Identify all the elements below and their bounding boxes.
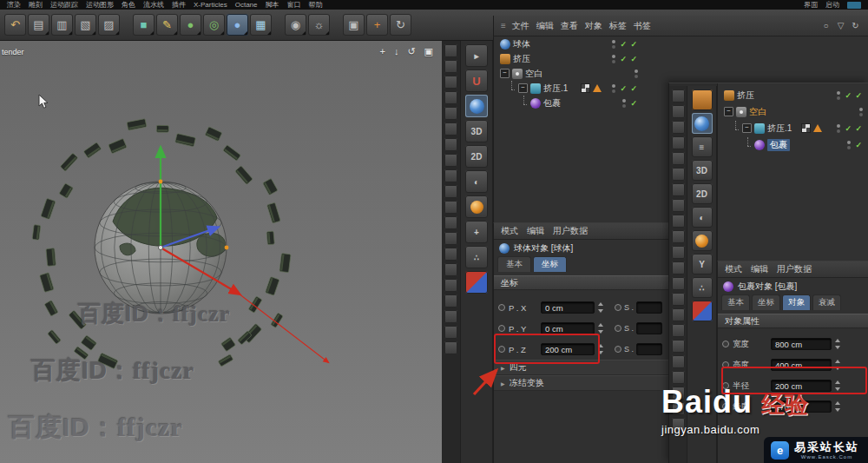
- axis-cross-icon[interactable]: +: [465, 221, 488, 243]
- sphere-primitive-icon[interactable]: ●: [180, 14, 201, 36]
- magnet-tool-icon[interactable]: U: [465, 69, 488, 92]
- tab-basic[interactable]: 基本: [497, 256, 531, 272]
- object-row-extrude-1[interactable]: 挤压.1 ✓ ✓: [494, 81, 643, 96]
- attr-menu-item[interactable]: 编辑: [751, 263, 768, 275]
- collapse-expander-icon[interactable]: [742, 123, 752, 133]
- enabled-check-icon[interactable]: ✓: [630, 99, 638, 108]
- axis-lock-icon[interactable]: +: [366, 14, 388, 36]
- menu-item[interactable]: 流水线: [143, 0, 164, 10]
- tab-object[interactable]: 对象: [782, 294, 811, 310]
- visibility-dots-icon[interactable]: [635, 69, 638, 73]
- bezier-nurbs-icon[interactable]: [672, 277, 685, 290]
- menu-item[interactable]: Octane: [235, 1, 258, 9]
- spline-helix-icon[interactable]: [444, 91, 457, 104]
- spline-arc-icon[interactable]: [444, 60, 457, 73]
- object-row-sphere[interactable]: 球体 ✓ ✓: [494, 36, 643, 51]
- loft-nurbs-icon[interactable]: [444, 201, 457, 214]
- spline-arc-icon[interactable]: [672, 105, 685, 118]
- stepper-icon[interactable]: [598, 301, 604, 314]
- pen-tool-icon[interactable]: [672, 89, 685, 103]
- stepper-icon[interactable]: [835, 338, 841, 350]
- menu-item-startup[interactable]: 启动: [825, 0, 839, 10]
- scale-z-input[interactable]: [636, 343, 662, 355]
- collapse-expander-icon[interactable]: [724, 107, 733, 116]
- menu-item-interface[interactable]: 界面: [804, 0, 818, 10]
- scale-tool-icon[interactable]: ▧: [75, 14, 96, 36]
- enabled-check-icon[interactable]: ✓ ✓: [620, 55, 638, 63]
- menu-item[interactable]: 插件: [172, 0, 186, 10]
- visibility-dots-icon[interactable]: [612, 55, 615, 58]
- live-selection-icon[interactable]: ▤: [28, 14, 49, 36]
- refresh-icon[interactable]: ↻: [850, 20, 861, 31]
- connect-icon[interactable]: [444, 326, 457, 339]
- spline-star-icon[interactable]: [672, 183, 685, 196]
- metaball-icon[interactable]: [672, 355, 685, 368]
- texture-tag-icon[interactable]: [801, 123, 811, 133]
- position-x-input[interactable]: 0 cm: [541, 301, 595, 314]
- extrude-nurbs-icon[interactable]: [444, 169, 457, 182]
- bezier-nurbs-icon[interactable]: [444, 232, 457, 245]
- om-menu-item[interactable]: 文件: [512, 20, 529, 32]
- visibility-dots-icon[interactable]: [837, 91, 840, 95]
- instance-icon[interactable]: [444, 294, 457, 308]
- array-icon[interactable]: [444, 279, 457, 292]
- extrude-nurbs-icon[interactable]: [672, 215, 685, 228]
- spline-rect-icon[interactable]: [672, 168, 685, 181]
- handle-dot[interactable]: [159, 180, 163, 184]
- spline-ngon-icon[interactable]: [444, 107, 457, 120]
- handle-dot[interactable]: [225, 246, 229, 250]
- key-record-icon[interactable]: [692, 230, 713, 251]
- object-row-extrude-1[interactable]: 挤压.1 ✓ ✓: [718, 120, 868, 136]
- cube-tool-icon[interactable]: [692, 89, 713, 110]
- visibility-dots-icon[interactable]: [612, 40, 615, 43]
- om-menu-item[interactable]: 标签: [609, 20, 627, 32]
- visibility-dots-icon[interactable]: [837, 124, 840, 128]
- menu-item[interactable]: X-Particles: [194, 1, 227, 9]
- axis-y-icon[interactable]: Y: [692, 254, 713, 274]
- phong-tag-icon[interactable]: [593, 84, 602, 92]
- spline-helix-icon[interactable]: [672, 136, 685, 149]
- menu-item[interactable]: 运动图形: [86, 0, 114, 10]
- loft-nurbs-icon[interactable]: [672, 246, 685, 259]
- menu-item[interactable]: 运动跟踪: [50, 0, 78, 10]
- width-input[interactable]: 800 cm: [771, 338, 832, 350]
- attr-menu-item[interactable]: 用户数据: [777, 263, 812, 275]
- camera-icon[interactable]: ◉: [285, 14, 306, 36]
- torus-primitive-icon[interactable]: ◎: [203, 14, 225, 36]
- menu-item[interactable]: 渲染: [7, 0, 21, 10]
- enabled-check-icon[interactable]: ✓ ✓: [845, 124, 863, 133]
- metaball-icon[interactable]: [444, 310, 457, 323]
- axis-center-handle[interactable]: [158, 245, 162, 249]
- scale-y-input[interactable]: [636, 322, 662, 334]
- connect-icon[interactable]: [672, 371, 685, 384]
- om-menu-item[interactable]: 查看: [561, 20, 578, 32]
- fold-freeze-transform[interactable]: 冻结变换: [494, 375, 669, 391]
- rotate-view-icon[interactable]: ↺: [407, 46, 415, 57]
- deformer-icon[interactable]: ●: [227, 14, 248, 36]
- object-row-extrude[interactable]: 挤压 ✓ ✓: [718, 87, 868, 103]
- key-record-icon[interactable]: [465, 195, 488, 218]
- enabled-check-icon[interactable]: ✓ ✓: [845, 91, 863, 100]
- object-row-null[interactable]: 空白: [494, 66, 643, 81]
- render-view-icon[interactable]: ▣: [343, 14, 365, 36]
- pen-spline-icon[interactable]: ✎: [156, 14, 178, 36]
- boole-icon[interactable]: [444, 248, 457, 261]
- xyz-lock-icon[interactable]: ∴: [692, 277, 713, 298]
- texture-paint-icon[interactable]: [692, 301, 713, 321]
- spline-text-icon[interactable]: [444, 154, 457, 167]
- scale-x-input[interactable]: [636, 301, 662, 314]
- filter-icon[interactable]: ▽: [835, 20, 846, 31]
- stepper-icon[interactable]: [598, 322, 604, 334]
- enabled-check-icon[interactable]: ✓ ✓: [620, 84, 638, 93]
- visibility-dots-icon[interactable]: [859, 108, 863, 111]
- record-circle-icon[interactable]: [498, 304, 505, 311]
- world-axis-icon[interactable]: [692, 113, 713, 134]
- phong-tag-icon[interactable]: [813, 124, 822, 132]
- menu-item[interactable]: 脚本: [265, 0, 279, 10]
- mode-3d-icon[interactable]: 3D: [692, 160, 713, 181]
- record-circle-icon[interactable]: [615, 304, 621, 311]
- enabled-check-icon[interactable]: ✓ ✓: [620, 40, 638, 49]
- attr-menu-item[interactable]: 模式: [501, 225, 518, 237]
- tab-coordinates[interactable]: 坐标: [533, 256, 567, 272]
- lathe-nurbs-icon[interactable]: [672, 230, 685, 243]
